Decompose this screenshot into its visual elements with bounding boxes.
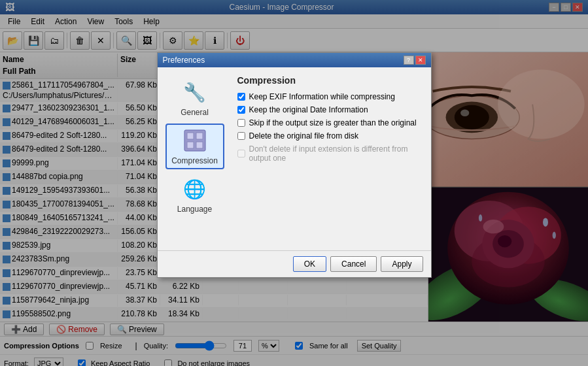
svg-rect-22: [187, 133, 194, 139]
svg-rect-23: [196, 133, 203, 139]
dialog-title-controls: ? ✕: [404, 56, 426, 65]
sidebar-language[interactable]: 🌐 Language: [165, 172, 224, 218]
dialog-content: Compression Keep EXIF Information while …: [237, 75, 423, 242]
skip-larger-checkbox[interactable]: [237, 119, 245, 127]
dont-delete-label: Don't delete if input extension is diffe…: [249, 144, 423, 163]
sidebar-compression-label: Compression: [171, 156, 218, 165]
dialog-sidebar: 🔧 General Compression: [165, 75, 231, 242]
dont-delete-checkbox[interactable]: [237, 150, 245, 158]
dialog-option-skip-larger: Skip if the output size is greater than …: [237, 118, 423, 127]
preferences-dialog: Preferences ? ✕ 🔧 General: [157, 52, 432, 278]
language-icon: 🌐: [182, 176, 208, 202]
general-icon: 🔧: [182, 79, 208, 105]
dialog-close-button[interactable]: ✕: [415, 56, 426, 65]
svg-rect-24: [187, 142, 194, 148]
keep-exif-label: Keep EXIF Information while compressing: [249, 92, 395, 101]
dialog-ok-button[interactable]: OK: [293, 256, 326, 272]
dialog-body: 🔧 General Compression: [158, 67, 431, 250]
delete-original-checkbox[interactable]: [237, 132, 245, 140]
dialog-cancel-button[interactable]: Cancel: [330, 256, 377, 272]
sidebar-general-label: General: [181, 108, 209, 117]
sidebar-general[interactable]: 🔧 General: [165, 75, 224, 121]
dialog-option-delete-original: Delete the original file from disk: [237, 131, 423, 141]
dialog-option-keep-date: Keep the original Date Information: [237, 105, 423, 114]
dialog-apply-button[interactable]: Apply: [381, 256, 423, 272]
dialog-title: Preferences: [163, 56, 205, 65]
keep-date-label: Keep the original Date Information: [249, 105, 368, 114]
dialog-help-button[interactable]: ?: [404, 56, 414, 65]
svg-rect-25: [196, 142, 203, 148]
compression-icon: [182, 127, 208, 154]
sidebar-compression[interactable]: Compression: [165, 124, 224, 169]
dialog-section-title: Compression: [237, 75, 423, 86]
dialog-option-dont-delete: Don't delete if input extension is diffe…: [237, 144, 423, 163]
delete-original-label: Delete the original file from disk: [249, 131, 358, 141]
keep-date-checkbox[interactable]: [237, 106, 245, 114]
preferences-overlay: Preferences ? ✕ 🔧 General: [0, 0, 588, 366]
sidebar-language-label: Language: [177, 205, 212, 214]
dialog-footer: OK Cancel Apply: [158, 250, 431, 277]
dialog-option-keep-exif: Keep EXIF Information while compressing: [237, 92, 423, 101]
keep-exif-checkbox[interactable]: [237, 93, 245, 101]
skip-larger-label: Skip if the output size is greater than …: [249, 118, 417, 127]
dialog-title-bar: Preferences ? ✕: [158, 53, 431, 67]
